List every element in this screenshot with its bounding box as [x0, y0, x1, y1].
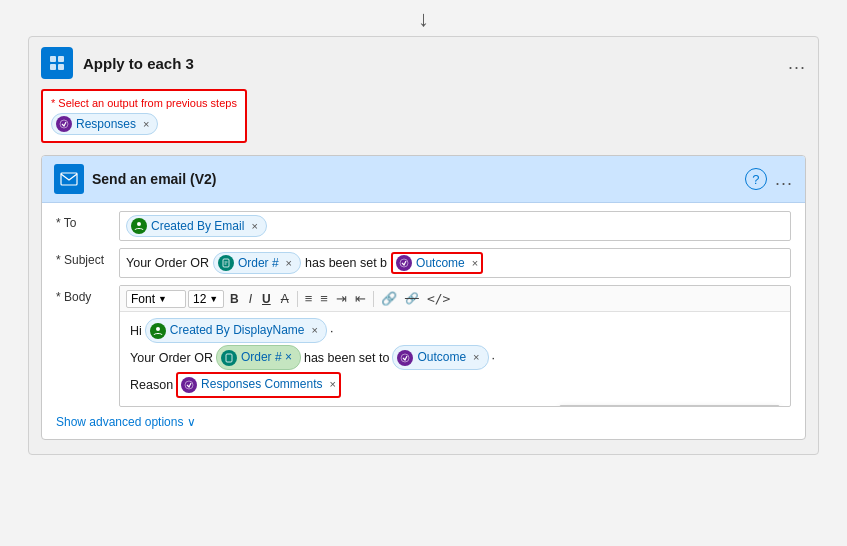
subject-outcome-icon: [396, 255, 412, 271]
send-email-title: Send an email (V2): [92, 171, 737, 187]
code-icon[interactable]: </>: [424, 289, 453, 308]
toolbar-sep2: [373, 291, 374, 307]
reason-text: Reason: [130, 375, 173, 395]
responses-comments-token[interactable]: Responses Comments ×: [181, 375, 336, 394]
show-advanced-button[interactable]: Show advanced options ∨: [56, 413, 791, 431]
font-size-selector[interactable]: 12 ▼: [188, 290, 224, 308]
select-output-section: * Select an output from previous steps R…: [41, 89, 247, 143]
subject-field[interactable]: Your Order OR Order # × has been set: [119, 248, 791, 278]
inner-more-button[interactable]: ...: [775, 169, 793, 190]
svg-rect-0: [50, 56, 56, 62]
displayname-icon: [150, 323, 166, 339]
outdent-icon[interactable]: ⇤: [352, 289, 369, 308]
responses-token[interactable]: Responses ×: [51, 113, 158, 135]
outcome-body-close[interactable]: ×: [473, 349, 479, 367]
send-email-header: Send an email (V2) ? ...: [42, 156, 805, 203]
order-num-label: Order # ×: [241, 348, 292, 367]
svg-point-6: [137, 222, 141, 226]
body-editor[interactable]: Font ▼ 12 ▼ B I U A ≡: [119, 285, 791, 407]
subject-row: * Subject Your Order OR Order # ×: [56, 248, 791, 278]
responses-token-label: Responses: [76, 117, 136, 131]
font-label: Font: [131, 292, 155, 306]
font-selector[interactable]: Font ▼: [126, 290, 186, 308]
editor-dot1: ·: [330, 321, 333, 341]
to-row: * To Created By Email ×: [56, 211, 791, 241]
outcome-token-body[interactable]: Outcome ×: [392, 345, 488, 370]
formula-tooltip: items('Apply_to_each_3')?['comments']: [559, 405, 780, 406]
editor-line-2: Your Order OR Order # × has been set to: [130, 345, 780, 370]
unlink-icon[interactable]: 🔗: [402, 290, 422, 307]
select-label: * Select an output from previous steps: [51, 97, 237, 109]
outer-card-header: Apply to each 3 ...: [41, 47, 806, 79]
subject-order-label: Order #: [238, 256, 279, 270]
bold-button[interactable]: B: [226, 290, 243, 308]
comments-token-highlight: Responses Comments ×: [176, 372, 341, 397]
underline-button[interactable]: U: [258, 290, 275, 308]
order-number-token[interactable]: Order # ×: [216, 345, 301, 370]
body-toolbar: Font ▼ 12 ▼ B I U A ≡: [120, 286, 790, 312]
outer-card: Apply to each 3 ... * Select an output f…: [28, 36, 819, 455]
comments-label: Responses Comments: [201, 375, 322, 394]
send-email-card: Send an email (V2) ? ... * To: [41, 155, 806, 440]
responses-token-close[interactable]: ×: [143, 118, 149, 130]
outcome-body-icon: [397, 350, 413, 366]
outer-card-title: Apply to each 3: [83, 55, 778, 72]
subject-label: * Subject: [56, 248, 111, 267]
displayname-label: Created By DisplayName: [170, 321, 305, 340]
editor-content[interactable]: Hi Created By DisplayName ×: [120, 312, 790, 406]
svg-rect-2: [50, 64, 56, 70]
subject-order-close[interactable]: ×: [286, 257, 292, 269]
toolbar-sep1: [297, 291, 298, 307]
comments-icon: [181, 377, 197, 393]
chevron-down-icon: ∨: [187, 415, 196, 429]
indent-icon[interactable]: ⇥: [333, 289, 350, 308]
subject-text1: Your Order OR: [126, 256, 209, 270]
order-text: Your Order OR: [130, 348, 213, 368]
to-token-close[interactable]: ×: [251, 220, 257, 232]
comments-close[interactable]: ×: [329, 376, 335, 394]
svg-rect-12: [226, 354, 232, 362]
apply-to-each-icon: [41, 47, 73, 79]
to-token-label: Created By Email: [151, 219, 244, 233]
subject-order-icon: [218, 255, 234, 271]
hi-text: Hi: [130, 321, 142, 341]
subject-outcome-close[interactable]: ×: [472, 257, 478, 269]
responses-token-icon: [56, 116, 72, 132]
body-label: * Body: [56, 285, 111, 304]
subject-outcome-label: Outcome: [416, 256, 465, 270]
email-icon: [54, 164, 84, 194]
form-body: * To Created By Email ×: [42, 203, 805, 439]
editor-line-1: Hi Created By DisplayName ×: [130, 318, 780, 343]
order-number-icon: [221, 350, 237, 366]
to-field[interactable]: Created By Email ×: [119, 211, 791, 241]
svg-point-11: [156, 327, 160, 331]
font-dropdown-arrow: ▼: [158, 294, 167, 304]
strikethrough-button[interactable]: A: [277, 290, 293, 308]
connector-arrow: ↓: [0, 0, 847, 36]
font-size-label: 12: [193, 292, 206, 306]
subject-order-token[interactable]: Order # ×: [213, 252, 301, 274]
svg-rect-5: [61, 173, 77, 185]
unordered-list-icon[interactable]: ≡: [302, 289, 316, 308]
to-label: * To: [56, 211, 111, 230]
show-advanced-label: Show advanced options: [56, 415, 183, 429]
subject-outcome-highlight: Outcome ×: [391, 252, 483, 274]
subject-outcome-token[interactable]: Outcome ×: [396, 255, 478, 271]
font-size-arrow: ▼: [209, 294, 218, 304]
displayname-close[interactable]: ×: [312, 322, 318, 340]
italic-button[interactable]: I: [245, 290, 256, 308]
body-row: * Body Font ▼ 12 ▼ B I U: [56, 285, 791, 407]
ordered-list-icon[interactable]: ≡: [317, 289, 331, 308]
to-email-token[interactable]: Created By Email ×: [126, 215, 267, 237]
editor-line-3: Reason Re: [130, 372, 780, 397]
link-icon[interactable]: 🔗: [378, 289, 400, 308]
svg-rect-3: [58, 64, 64, 70]
help-button[interactable]: ?: [745, 168, 767, 190]
displayname-token[interactable]: Created By DisplayName ×: [145, 318, 327, 343]
svg-rect-1: [58, 56, 64, 62]
subject-text2: has been set b: [305, 256, 387, 270]
outer-more-button[interactable]: ...: [788, 53, 806, 74]
svg-rect-7: [223, 259, 229, 267]
to-token-icon: [131, 218, 147, 234]
has-been-set-text: has been set to: [304, 348, 389, 368]
